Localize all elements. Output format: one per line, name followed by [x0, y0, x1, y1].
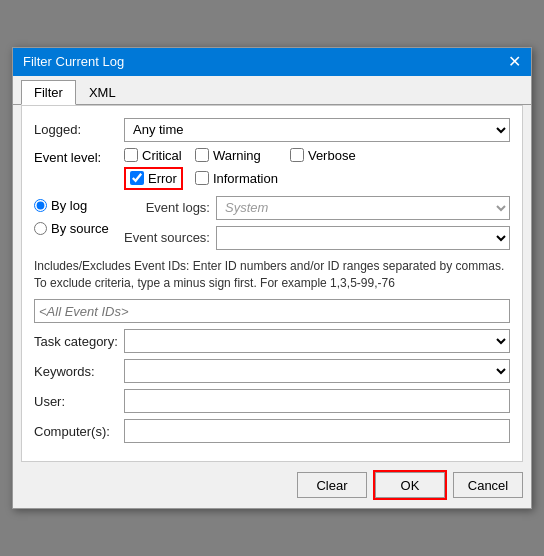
keywords-label: Keywords: [34, 364, 124, 379]
error-label: Error [148, 171, 177, 186]
computers-input[interactable]: <All Computers> [124, 419, 510, 443]
computers-label: Computer(s): [34, 424, 124, 439]
information-checkbox[interactable] [195, 171, 209, 185]
error-checkbox[interactable] [130, 171, 144, 185]
event-ids-input[interactable] [34, 299, 510, 323]
by-log-label: By log [51, 198, 87, 213]
event-logs-label: Event logs: [122, 200, 210, 215]
checkbox-warning: Warning [195, 148, 278, 163]
user-label: User: [34, 394, 124, 409]
title-bar: Filter Current Log ✕ [13, 48, 531, 76]
log-fields: Event logs: System Event sources: [122, 196, 510, 250]
radio-by-source: By source [34, 221, 114, 236]
tab-bar: Filter XML [13, 76, 531, 105]
event-sources-label: Event sources: [122, 230, 210, 245]
verbose-label: Verbose [308, 148, 356, 163]
verbose-checkbox[interactable] [290, 148, 304, 162]
information-label: Information [213, 171, 278, 186]
by-source-label: By source [51, 221, 109, 236]
logged-row: Logged: Any time [34, 118, 510, 142]
user-field: <All Users> [124, 389, 510, 413]
event-ids-row [34, 299, 510, 323]
checkbox-critical: Critical [124, 148, 183, 163]
ok-button-wrap: OK [373, 470, 447, 500]
by-log-radio[interactable] [34, 199, 47, 212]
event-level-checkboxes: Critical Warning Verbose Error [124, 148, 356, 190]
clear-button[interactable]: Clear [297, 472, 367, 498]
keywords-select[interactable] [124, 359, 510, 383]
critical-label: Critical [142, 148, 182, 163]
event-level-label: Event level: [34, 148, 124, 165]
checkbox-verbose: Verbose [290, 148, 356, 163]
radio-column: By log By source [34, 196, 114, 250]
radio-by-log: By log [34, 198, 114, 213]
buttons-area: Clear OK Cancel [13, 470, 531, 508]
event-level-row: Event level: Critical Warning Verbose [34, 148, 510, 190]
logged-select[interactable]: Any time [124, 118, 510, 142]
task-category-field [124, 329, 510, 353]
tab-xml[interactable]: XML [76, 80, 129, 104]
logged-label: Logged: [34, 122, 124, 137]
checkbox-error: Error [124, 167, 183, 190]
content-area: Logged: Any time Event level: Critical W… [21, 105, 523, 463]
keywords-field [124, 359, 510, 383]
user-input[interactable]: <All Users> [124, 389, 510, 413]
warning-checkbox[interactable] [195, 148, 209, 162]
event-logs-row: Event logs: System [122, 196, 510, 220]
log-source-section: By log By source Event logs: System Even… [34, 196, 510, 250]
dialog: Filter Current Log ✕ Filter XML Logged: … [12, 47, 532, 510]
logged-field: Any time [124, 118, 510, 142]
ok-button[interactable]: OK [375, 472, 445, 498]
dialog-title: Filter Current Log [23, 54, 124, 69]
event-sources-row: Event sources: [122, 226, 510, 250]
task-category-label: Task category: [34, 334, 124, 349]
checkbox-information: Information [195, 167, 278, 190]
task-category-select[interactable] [124, 329, 510, 353]
info-text: Includes/Excludes Event IDs: Enter ID nu… [34, 258, 510, 292]
tab-filter[interactable]: Filter [21, 80, 76, 105]
event-sources-select[interactable] [216, 226, 510, 250]
event-logs-select[interactable]: System [216, 196, 510, 220]
computers-row: Computer(s): <All Computers> [34, 419, 510, 443]
close-button[interactable]: ✕ [508, 54, 521, 70]
by-source-radio[interactable] [34, 222, 47, 235]
warning-label: Warning [213, 148, 261, 163]
critical-checkbox[interactable] [124, 148, 138, 162]
cancel-button[interactable]: Cancel [453, 472, 523, 498]
keywords-row: Keywords: [34, 359, 510, 383]
computers-field: <All Computers> [124, 419, 510, 443]
right-buttons: Clear OK Cancel [297, 470, 523, 500]
task-category-row: Task category: [34, 329, 510, 353]
user-row: User: <All Users> [34, 389, 510, 413]
